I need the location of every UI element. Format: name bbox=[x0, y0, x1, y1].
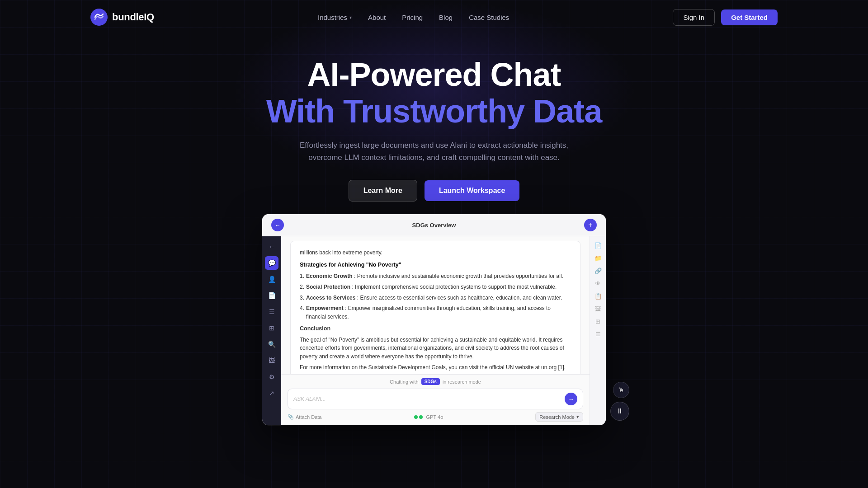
chat-send-button[interactable]: → bbox=[565, 393, 577, 405]
doc-card: millions back into extreme poverty. Stra… bbox=[290, 241, 580, 374]
sidebar-user-icon[interactable]: 👤 bbox=[265, 272, 278, 286]
nav-about[interactable]: About bbox=[368, 14, 386, 21]
nav-links: Industries ▾ About Pricing Blog Case Stu… bbox=[318, 14, 509, 21]
strategy-item: Economic Growth : Promote inclusive and … bbox=[300, 272, 571, 281]
launch-workspace-button[interactable]: Launch Workspace bbox=[425, 180, 519, 201]
logo[interactable]: bundleIQ bbox=[90, 9, 154, 26]
sidebar-chat-icon[interactable]: 💬 bbox=[265, 256, 278, 270]
sidebar-doc-icon[interactable]: 📄 bbox=[265, 289, 278, 302]
chat-input-row: ASK ALANI... → bbox=[288, 389, 583, 409]
chat-status-prefix: Chatting with bbox=[390, 379, 419, 385]
dot-green2 bbox=[419, 415, 423, 419]
navbar: bundleIQ Industries ▾ About Pricing Blog… bbox=[0, 0, 868, 34]
app-window: ← SDGs Overview + ← 💬 👤 📄 ☰ ⊞ 🔍 🖼 ⚙ ↗ bbox=[262, 214, 606, 425]
chat-input-placeholder[interactable]: ASK ALANI... bbox=[293, 396, 561, 402]
sidebar-settings-icon[interactable]: ⚙ bbox=[265, 370, 278, 384]
hero-section: AI-Powered Chat With Trustworthy Data Ef… bbox=[0, 34, 868, 202]
right-table-icon[interactable]: ⊞ bbox=[593, 316, 604, 327]
chevron-down-icon: ▾ bbox=[576, 414, 579, 420]
strategy-item: Social Protection : Implement comprehens… bbox=[300, 283, 571, 291]
left-sidebar: ← 💬 👤 📄 ☰ ⊞ 🔍 🖼 ⚙ ↗ bbox=[262, 236, 281, 425]
chevron-down-icon: ▾ bbox=[349, 15, 352, 20]
right-link-icon[interactable]: 🔗 bbox=[593, 265, 604, 276]
hero-subtitle: Effortlessly ingest large documents and … bbox=[294, 139, 574, 164]
right-list-icon[interactable]: ☰ bbox=[593, 328, 604, 339]
nav-industries[interactable]: Industries ▾ bbox=[318, 14, 352, 21]
window-plus-button[interactable]: + bbox=[584, 219, 597, 231]
window-body: ← 💬 👤 📄 ☰ ⊞ 🔍 🖼 ⚙ ↗ millions back into e… bbox=[262, 236, 606, 425]
window-back-button[interactable]: ← bbox=[271, 219, 284, 231]
paperclip-icon: 📎 bbox=[288, 414, 294, 420]
chat-status: Chatting with SDGs in research mode bbox=[288, 378, 583, 385]
nav-actions: Sign In Get Started bbox=[673, 9, 778, 26]
sidebar-list-icon[interactable]: ☰ bbox=[265, 305, 278, 319]
model-label: GPT 4o bbox=[426, 414, 443, 420]
main-content: millions back into extreme poverty. Stra… bbox=[281, 236, 590, 425]
attach-data-button[interactable]: 📎 Attach Data bbox=[288, 414, 321, 420]
nav-case-studies[interactable]: Case Studies bbox=[469, 14, 509, 21]
dot-green1 bbox=[414, 415, 418, 419]
sidebar-grid-icon[interactable]: ⊞ bbox=[265, 321, 278, 335]
bundleiq-logo-icon bbox=[90, 9, 108, 26]
nav-blog[interactable]: Blog bbox=[439, 14, 453, 21]
right-file-icon[interactable]: 📁 bbox=[593, 253, 604, 263]
chat-bottom-bar: 📎 Attach Data GPT 4o Research Mode bbox=[288, 412, 583, 422]
right-doc2-icon[interactable]: 📋 bbox=[593, 291, 604, 301]
doc-conclusion-text1: The goal of "No Poverty" is ambitious bu… bbox=[300, 336, 571, 361]
strategy-item: Empowerment : Empower marginalized commu… bbox=[300, 304, 571, 321]
hero-buttons: Learn More Launch Workspace bbox=[0, 180, 868, 202]
window-titlebar: ← SDGs Overview + bbox=[262, 214, 606, 236]
doc-strategies-list: Economic Growth : Promote inclusive and … bbox=[300, 272, 571, 321]
get-started-button[interactable]: Get Started bbox=[721, 9, 778, 25]
doc-conclusion-heading: Conclusion bbox=[300, 324, 571, 333]
hero-title-line2: With Trustworthy Data bbox=[0, 93, 868, 130]
research-mode-label: Research Mode bbox=[539, 414, 575, 420]
hero-title-line1: AI-Powered Chat bbox=[0, 57, 868, 93]
signin-button[interactable]: Sign In bbox=[673, 9, 715, 26]
learn-more-button[interactable]: Learn More bbox=[349, 180, 417, 202]
right-doc-icon[interactable]: 📄 bbox=[593, 240, 604, 251]
sdgs-badge: SDGs bbox=[421, 378, 440, 385]
strategy-item: Access to Services : Ensure access to es… bbox=[300, 294, 571, 302]
sidebar-back-icon[interactable]: ← bbox=[265, 240, 278, 253]
sidebar-share-icon[interactable]: ↗ bbox=[265, 386, 278, 400]
doc-conclusion-text2: For more information on the Sustainable … bbox=[300, 363, 571, 372]
window-title: SDGs Overview bbox=[284, 222, 584, 229]
chat-status-suffix: in research mode bbox=[443, 379, 481, 385]
cursor-button[interactable]: 🖱 bbox=[613, 382, 629, 398]
sidebar-image-icon[interactable]: 🖼 bbox=[265, 354, 278, 367]
sidebar-search-icon[interactable]: 🔍 bbox=[265, 338, 278, 351]
attach-label: Attach Data bbox=[296, 414, 321, 420]
research-mode-button[interactable]: Research Mode ▾ bbox=[535, 412, 583, 422]
right-eye-icon[interactable]: 👁 bbox=[593, 278, 604, 289]
logo-text: bundleIQ bbox=[112, 11, 154, 23]
model-status-dots bbox=[414, 415, 423, 419]
pause-button[interactable]: ⏸ bbox=[610, 402, 629, 421]
nav-pricing[interactable]: Pricing bbox=[402, 14, 423, 21]
chat-area: Chatting with SDGs in research mode ASK … bbox=[281, 374, 590, 425]
doc-intro: millions back into extreme poverty. bbox=[300, 249, 571, 257]
doc-area[interactable]: millions back into extreme poverty. Stra… bbox=[281, 236, 590, 374]
doc-strategies-heading: Strategies for Achieving "No Poverty" bbox=[300, 261, 571, 269]
right-image-icon[interactable]: 🖼 bbox=[593, 303, 604, 314]
right-sidebar: 📄 📁 🔗 👁 📋 🖼 ⊞ ☰ bbox=[590, 236, 606, 425]
